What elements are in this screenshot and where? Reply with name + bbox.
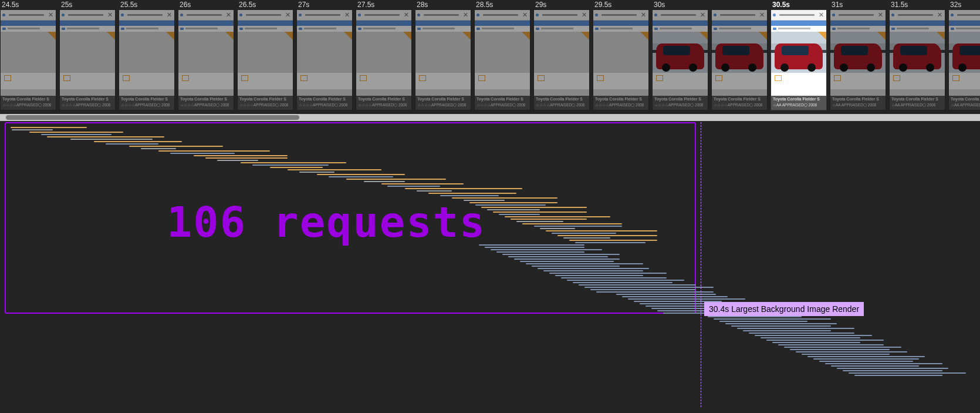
request-bar[interactable] (837, 368, 948, 369)
request-bar[interactable] (534, 226, 622, 227)
request-bar[interactable] (440, 195, 499, 196)
request-bar[interactable] (496, 251, 584, 253)
request-bar[interactable] (743, 330, 831, 331)
request-bar[interactable] (288, 169, 381, 170)
filmstrip-frame[interactable]: 25sToyota Corolla Fielder S☆☆☆☆APPRAISED… (59, 0, 116, 110)
request-bar[interactable] (70, 139, 153, 140)
filmstrip-frame[interactable]: 30.5sToyota Corolla Fielder S☆AA APPRAIS… (771, 0, 827, 110)
request-bar[interactable] (499, 214, 540, 215)
request-bar[interactable] (807, 356, 925, 357)
request-bar[interactable] (106, 143, 158, 145)
filmstrip-frame[interactable]: 28.5sToyota Corolla Fielder S☆☆☆☆APPRAIS… (474, 0, 530, 110)
request-bar[interactable] (802, 354, 890, 355)
filmstrip-frame[interactable]: 26sToyota Corolla Fielder S☆☆☆☆APPRAISED… (178, 0, 234, 110)
request-bar[interactable] (508, 256, 608, 257)
request-bar[interactable] (549, 273, 667, 274)
filmstrip-frame[interactable]: 28sToyota Corolla Fielder S☆☆☆☆APPRAISED… (415, 0, 471, 110)
frame-thumbnail[interactable]: Toyota Corolla Fielder S☆☆☆☆APPRAISED⬡ 2… (533, 9, 590, 110)
request-bar[interactable] (590, 289, 696, 290)
request-bar[interactable] (491, 249, 602, 250)
request-bar[interactable] (270, 167, 323, 168)
frame-thumbnail[interactable]: Toyota Corolla Fielder S☆☆☆☆APPRAISED⬡ 2… (0, 9, 56, 110)
request-bar[interactable] (329, 176, 393, 177)
request-bar[interactable] (569, 240, 657, 241)
request-bar[interactable] (766, 340, 884, 341)
request-bar[interactable] (784, 347, 901, 348)
request-bar[interactable] (538, 268, 649, 269)
request-bar[interactable] (737, 328, 854, 329)
request-bar[interactable] (714, 318, 831, 320)
frame-thumbnail[interactable]: Toyota Corolla Fielder S☆AA APPRAISED⬡ 2… (771, 9, 827, 110)
request-bar[interactable] (825, 363, 942, 364)
request-bar[interactable] (819, 361, 913, 362)
request-bar[interactable] (532, 266, 620, 267)
request-bar[interactable] (552, 233, 616, 234)
request-bar[interactable] (540, 228, 575, 229)
request-bar[interactable] (761, 337, 860, 338)
filmstrip-frame[interactable]: 29sToyota Corolla Fielder S☆☆☆☆APPRAISED… (533, 0, 590, 110)
request-bar[interactable] (205, 157, 288, 159)
frame-thumbnail[interactable]: Toyota Corolla Fielder S☆☆☆☆APPRAISED⬡ 2… (593, 9, 649, 110)
request-bar[interactable] (170, 153, 235, 154)
request-bar[interactable] (417, 190, 452, 192)
filmstrip-frame[interactable]: 24.5sToyota Corolla Fielder S☆☆☆☆APPRAIS… (0, 0, 56, 110)
request-bar[interactable] (563, 237, 610, 239)
filmstrip-frame[interactable]: 29.5sToyota Corolla Fielder S☆☆☆☆APPRAIS… (593, 0, 649, 110)
frame-thumbnail[interactable]: Toyota Corolla Fielder S☆☆☆☆APPRAISED⬡ 2… (474, 9, 530, 110)
request-bar[interactable] (502, 254, 620, 255)
request-bar[interactable] (346, 179, 446, 180)
request-bar[interactable] (557, 235, 657, 236)
request-bar[interactable] (47, 136, 164, 137)
frame-thumbnail[interactable]: Toyota Corolla Fielder S☆☆☆☆APPRAISED⬡ 2… (237, 9, 293, 110)
request-bar[interactable] (493, 211, 587, 213)
request-bar[interactable] (299, 172, 334, 173)
request-bar[interactable] (317, 174, 405, 175)
request-bar[interactable] (790, 349, 890, 350)
request-bar[interactable] (561, 277, 667, 278)
request-bar[interactable] (129, 146, 223, 147)
request-bar[interactable] (622, 296, 728, 297)
request-bar[interactable] (520, 261, 614, 262)
request-bar[interactable] (141, 148, 176, 149)
request-bar[interactable] (772, 342, 860, 343)
request-bar[interactable] (567, 280, 684, 281)
request-bar[interactable] (708, 316, 802, 317)
request-bar[interactable] (813, 358, 919, 360)
request-bar[interactable] (546, 230, 657, 231)
request-bar[interactable] (158, 150, 270, 152)
request-bar[interactable] (387, 186, 440, 187)
request-bar[interactable] (481, 207, 587, 208)
filmstrip-frame[interactable]: 27sToyota Corolla Fielder S☆☆☆☆APPRAISED… (296, 0, 353, 110)
request-bar[interactable] (628, 298, 745, 300)
request-bar[interactable] (526, 263, 643, 264)
request-bar[interactable] (252, 164, 329, 166)
request-bar[interactable] (796, 351, 907, 352)
request-bar[interactable] (749, 333, 854, 334)
filmstrip-frame[interactable]: 32sToyota Corolla Fielder S☆AA APPRAISED… (948, 0, 980, 110)
request-bar[interactable] (94, 141, 182, 142)
request-bar[interactable] (241, 162, 346, 163)
waterfall[interactable] (6, 125, 980, 407)
request-bar[interactable] (854, 375, 942, 376)
frame-thumbnail[interactable]: Toyota Corolla Fielder S☆☆☆☆APPRAISED⬡ 2… (296, 9, 353, 110)
scrollbar-thumb[interactable] (6, 115, 299, 120)
request-bar[interactable] (381, 183, 464, 184)
filmstrip-frame[interactable]: 26.5sToyota Corolla Fielder S☆☆☆☆APPRAIS… (237, 0, 293, 110)
frame-thumbnail[interactable]: Toyota Corolla Fielder S☆☆☆☆APPRAISED⬡ 2… (119, 9, 175, 110)
frame-thumbnail[interactable]: Toyota Corolla Fielder S☆AA APPRAISED⬡ 2… (948, 9, 980, 110)
request-bar[interactable] (41, 134, 111, 135)
frame-thumbnail[interactable]: Toyota Corolla Fielder S☆☆☆☆APPRAISED⬡ 2… (711, 9, 768, 110)
filmstrip-frame[interactable]: Toyota Corolla Fielder S☆☆☆☆APPRAISED⬡ 2… (711, 0, 768, 110)
request-bar[interactable] (485, 247, 584, 248)
request-bar[interactable] (725, 323, 837, 324)
request-bar[interactable] (405, 188, 522, 189)
request-bar[interactable] (543, 270, 643, 271)
filmstrip-frame[interactable]: 31sToyota Corolla Fielder S☆AA APPRAISED… (830, 0, 886, 110)
filmstrip[interactable]: 24.5sToyota Corolla Fielder S☆☆☆☆APPRAIS… (0, 0, 980, 110)
request-bar[interactable] (464, 200, 505, 201)
request-bar[interactable] (428, 193, 516, 194)
request-bar[interactable] (831, 365, 919, 367)
frame-thumbnail[interactable]: Toyota Corolla Fielder S☆☆☆☆APPRAISED⬡ 2… (652, 9, 708, 110)
frame-thumbnail[interactable]: Toyota Corolla Fielder S☆☆☆☆APPRAISED⬡ 2… (178, 9, 234, 110)
request-bar[interactable] (11, 127, 87, 128)
